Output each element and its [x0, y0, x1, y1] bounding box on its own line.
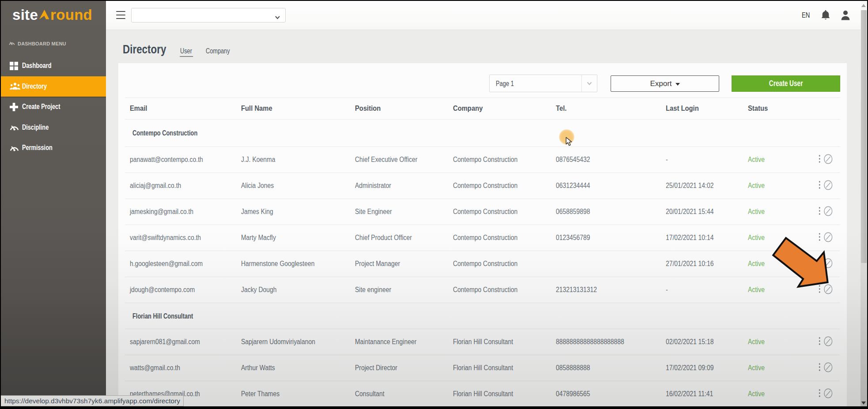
table-row: panawatt@contempo.co.thJ.J. KoenmaChief … [125, 147, 840, 173]
brand-logo[interactable]: siteround [12, 7, 92, 23]
page-selector[interactable]: Page 1 [489, 75, 597, 92]
table-row: jdough@contempo.comJacky DoughSite engin… [125, 277, 840, 303]
sidebar-item-create-project[interactable]: Create Project [1, 97, 106, 117]
project-select[interactable] [131, 8, 286, 23]
table-row: peterthames@gmail.co.thPeter ThamesConsu… [125, 381, 840, 407]
kebab-menu-icon[interactable] [819, 337, 820, 347]
chevron-down-icon [275, 14, 279, 19]
ban-icon[interactable] [824, 154, 833, 166]
gauge-icon [10, 124, 22, 131]
cell-position: Site Engineer [355, 208, 440, 216]
status-badge: Active [748, 182, 793, 190]
cell-tel: 0631234444 [556, 182, 652, 190]
cell-position: Project Manager [355, 260, 440, 268]
sidebar-section-label: DASHBOARD MENU [9, 41, 66, 46]
grid-icon [10, 62, 22, 70]
vertical-scrollbar[interactable] [860, 1, 867, 406]
column-header[interactable]: Position [355, 104, 440, 113]
create-user-button-label: Create User [769, 79, 803, 88]
cell-email: jamesking@gmail.co.th [130, 208, 226, 216]
mouse-cursor-icon [566, 137, 573, 148]
ban-icon[interactable] [824, 206, 833, 218]
group-name: Contempo Construction [132, 129, 197, 137]
cell-tel: 0658859898 [556, 208, 652, 216]
cell-company: Florian Hill Consultant [453, 390, 543, 398]
column-header[interactable]: Status [748, 104, 793, 113]
table-controls: Page 1 Export Create User [125, 63, 840, 98]
language-selector[interactable]: EN [802, 11, 810, 20]
cell-last-login: 02/02/2021 15:18 [666, 338, 737, 346]
export-button-label: Export [650, 79, 672, 88]
page-title: Directory [123, 43, 166, 56]
column-header[interactable]: Last Login [666, 104, 737, 113]
gauge-mini-icon [9, 41, 15, 46]
tab-user[interactable]: User [180, 47, 192, 56]
group-row: Contempo Construction [125, 120, 840, 147]
row-actions [800, 180, 835, 192]
scrollbar-up-arrow-icon[interactable] [861, 4, 866, 7]
cell-tel: 0876545432 [556, 156, 652, 164]
cell-company: Contempo Construction [453, 156, 543, 164]
cell-position: Administrator [355, 182, 440, 190]
table-row: varit@swiftdynamics.co.thMarty MacflyChi… [125, 225, 840, 251]
tab-company[interactable]: Company [206, 47, 230, 56]
row-actions [800, 154, 835, 166]
cell-full-name: Sapjarern Udomviriyalanon [241, 338, 340, 346]
cell-full-name: Arthur Watts [241, 364, 340, 372]
sidebar: siteround DASHBOARD MENU Dashboard Direc… [1, 1, 106, 408]
column-header[interactable]: Email [130, 104, 226, 113]
status-badge: Active [748, 390, 793, 398]
ban-icon[interactable] [824, 388, 833, 400]
column-header[interactable]: Company [453, 104, 543, 113]
row-actions [800, 336, 835, 348]
sidebar-item-label: Directory [22, 82, 47, 91]
sidebar-item-label: Discipline [22, 123, 49, 132]
sidebar-item-directory[interactable]: Directory [1, 76, 106, 97]
create-user-button[interactable]: Create User [732, 75, 840, 92]
brand-logo-round: round [50, 7, 92, 23]
chevron-down-icon [581, 75, 597, 92]
ban-icon[interactable] [824, 362, 833, 374]
cell-last-login: 16/02/2021 11:41 [666, 390, 737, 398]
sidebar-nav: Dashboard Directory Create Project Disci… [1, 56, 106, 158]
cell-company: Florian Hill Consultant [453, 338, 543, 346]
sidebar-item-dashboard[interactable]: Dashboard [1, 56, 106, 76]
triangle-icon [38, 7, 50, 23]
cell-email: varit@swiftdynamics.co.th [130, 234, 226, 242]
column-header[interactable]: Full Name [241, 104, 340, 113]
cell-tel: 213213131312 [556, 286, 652, 294]
cell-full-name: James King [241, 208, 340, 216]
cell-position: Consultant [355, 390, 440, 398]
cell-email: h.googlesteen@gmail.com [130, 260, 226, 268]
cell-company: Contempo Construction [453, 182, 543, 190]
users-table: EmailFull NamePositionCompanyTel.Last Lo… [125, 98, 840, 407]
row-actions [800, 362, 835, 374]
sidebar-item-label: Dashboard [22, 61, 52, 70]
sidebar-item-discipline[interactable]: Discipline [1, 117, 106, 138]
column-header[interactable]: Tel. [556, 104, 652, 113]
scrollbar-thumb[interactable] [861, 10, 867, 263]
group-row: Florian Hill Consultant [125, 303, 840, 329]
cell-tel: 88888888888888888888 [556, 338, 652, 346]
table-row: watts@gmail.co.thArthur WattsProject Dir… [125, 355, 840, 381]
ban-icon[interactable] [824, 336, 833, 348]
cell-position: Maintanance Engineer [355, 338, 440, 346]
cell-company: Contempo Construction [453, 286, 543, 294]
scrollbar-down-arrow-icon[interactable] [861, 401, 866, 405]
app-window: siteround DASHBOARD MENU Dashboard Direc… [0, 0, 868, 409]
kebab-menu-icon[interactable] [819, 155, 820, 165]
sidebar-item-permission[interactable]: Permission [1, 138, 106, 158]
bell-icon[interactable] [821, 10, 830, 23]
hamburger-icon[interactable] [116, 11, 125, 19]
kebab-menu-icon[interactable] [819, 389, 820, 399]
kebab-menu-icon[interactable] [819, 207, 820, 217]
kebab-menu-icon[interactable] [819, 181, 820, 191]
frame-edge [0, 0, 868, 1]
cell-tel: 0123456789 [556, 234, 652, 242]
export-button[interactable]: Export [611, 75, 719, 92]
ban-icon[interactable] [824, 180, 833, 192]
table-row: jamesking@gmail.co.thJames KingSite Engi… [125, 199, 840, 225]
plus-icon [10, 103, 22, 111]
kebab-menu-icon[interactable] [819, 363, 820, 373]
user-icon[interactable] [841, 10, 850, 22]
